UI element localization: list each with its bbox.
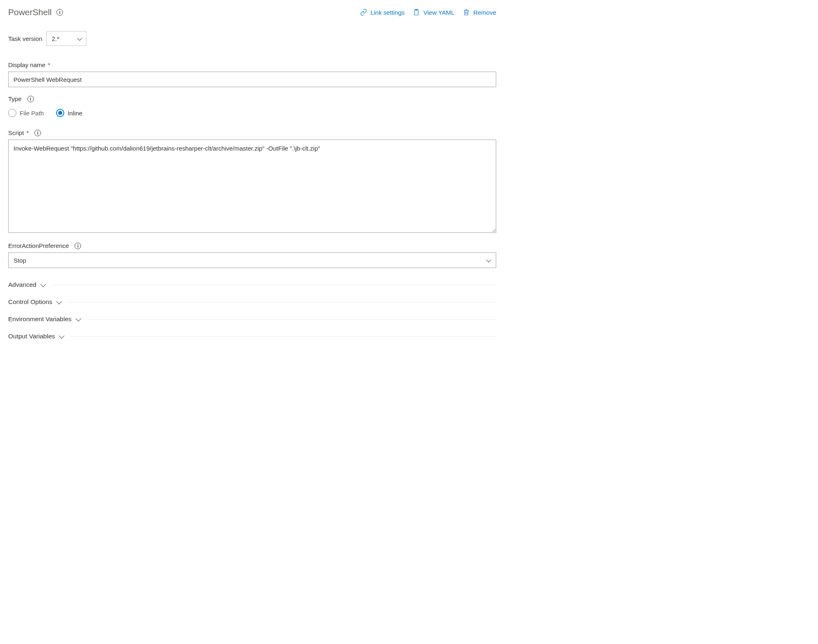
section-control-options[interactable]: Control Options (8, 293, 496, 311)
script-textarea[interactable] (8, 140, 496, 233)
required-asterisk: * (46, 61, 50, 68)
task-version-select-wrap: 2.* (46, 31, 86, 46)
chevron-down-icon (75, 316, 81, 322)
error-action-group: ErrorActionPreference Stop (8, 242, 496, 268)
task-version-row: Task version 2.* (8, 31, 496, 46)
chevron-down-icon (59, 333, 65, 339)
header-row: PowerShell Link settings View YAML (8, 7, 496, 17)
script-group: Script * (8, 129, 496, 234)
info-icon[interactable] (34, 130, 41, 136)
section-divider (51, 285, 496, 285)
radio-circle-unchecked (8, 109, 16, 117)
header-actions: Link settings View YAML Remove (360, 9, 496, 16)
task-version-label: Task version (8, 35, 42, 42)
remove-button[interactable]: Remove (463, 9, 496, 16)
section-output-vars-title: Output Variables (8, 333, 55, 340)
section-env-vars[interactable]: Environment Variables (8, 311, 496, 328)
script-label-row: Script * (8, 129, 496, 136)
display-name-group: Display name * (8, 61, 496, 87)
info-icon[interactable] (56, 9, 63, 16)
error-action-select[interactable]: Stop (8, 252, 496, 268)
section-env-vars-title: Environment Variables (8, 315, 72, 323)
error-action-label: ErrorActionPreference (8, 242, 69, 249)
view-yaml-label: View YAML (423, 9, 454, 16)
error-action-label-row: ErrorActionPreference (8, 242, 496, 249)
link-settings-label: Link settings (371, 9, 404, 16)
chevron-down-icon (56, 299, 62, 304)
error-action-select-wrap: Stop (8, 252, 496, 268)
chevron-down-icon (40, 281, 46, 287)
link-settings-button[interactable]: Link settings (360, 9, 404, 16)
section-advanced[interactable]: Advanced (8, 276, 496, 293)
page-title: PowerShell (8, 7, 52, 17)
radio-inline-label: Inline (68, 110, 82, 117)
display-name-label: Display name * (8, 61, 50, 68)
section-control-options-title: Control Options (8, 298, 52, 306)
task-version-select[interactable]: 2.* (46, 31, 86, 46)
radio-file-path[interactable]: File Path (8, 109, 44, 117)
header-title-wrap: PowerShell (8, 7, 63, 17)
type-group: Type File Path Inline (8, 95, 496, 117)
section-output-vars[interactable]: Output Variables (8, 328, 496, 345)
task-panel: PowerShell Link settings View YAML (0, 0, 504, 397)
required-asterisk: * (25, 129, 29, 136)
link-icon (360, 9, 367, 16)
remove-label: Remove (473, 9, 496, 16)
type-label-row: Type (8, 95, 496, 102)
task-panel-content: PowerShell Link settings View YAML (0, 0, 504, 361)
display-name-input[interactable] (8, 72, 496, 87)
info-icon[interactable] (75, 243, 81, 249)
section-divider (67, 302, 496, 302)
section-advanced-title: Advanced (8, 281, 36, 288)
type-radio-row: File Path Inline (8, 109, 496, 117)
clipboard-icon (413, 9, 420, 16)
section-divider (86, 319, 496, 320)
view-yaml-button[interactable]: View YAML (413, 9, 454, 16)
script-label: Script * (8, 129, 29, 136)
type-label: Type (8, 95, 22, 102)
radio-file-path-label: File Path (20, 110, 44, 117)
radio-inline[interactable]: Inline (56, 109, 82, 117)
section-divider (70, 336, 496, 337)
radio-circle-checked (56, 109, 64, 117)
info-icon[interactable] (27, 96, 34, 102)
display-name-label-row: Display name * (8, 61, 496, 68)
trash-icon (463, 9, 470, 16)
